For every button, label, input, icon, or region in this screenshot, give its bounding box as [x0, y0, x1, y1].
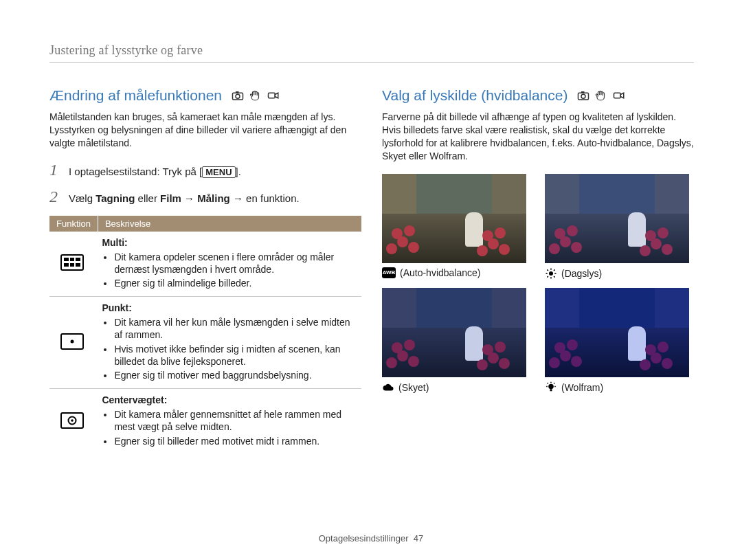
row-bullets: Dit kamera vil her kun måle lysmængden i… — [102, 316, 355, 381]
menu-button-label: MENU — [202, 166, 235, 178]
step-1-number: 1 — [49, 161, 62, 179]
metering-table: Funktion Beskrivelse Multi: Dit kamera o… — [49, 216, 361, 454]
spot-metering-icon — [49, 297, 98, 389]
step-1-prefix: I optagelsestilstand: Tryk på [ — [69, 166, 202, 177]
th-description: Beskrivelse — [98, 216, 361, 232]
right-column: Valg af lyskilde (hvidbalance) Farverne … — [382, 87, 694, 454]
right-intro: Farverne på dit billede vil afhænge af t… — [382, 111, 694, 163]
wb-tungsten-cell: (Wolfram) — [545, 288, 694, 394]
list-item: Dit kamera måler gennemsnittet af hele r… — [114, 408, 355, 433]
wb-auto-cell: AWB (Auto-hvidbalance) — [382, 174, 531, 280]
left-intro: Måletilstanden kan bruges, så kameraet k… — [49, 111, 361, 150]
right-heading-text: Valg af lyskilde (hvidbalance) — [382, 87, 567, 104]
step-1-text: I optagelsestilstand: Tryk på [MENU]. — [69, 166, 241, 178]
svg-line-34 — [548, 383, 548, 383]
row-title: Punkt: — [102, 302, 132, 313]
left-column: Ændring af målefunktionen Måletilstanden… — [49, 87, 361, 454]
wb-cloudy-cell: (Skyet) — [382, 288, 531, 394]
svg-rect-18 — [581, 91, 585, 93]
list-item: Hvis motivet ikke befinder sig i midten … — [114, 343, 355, 368]
step-2-number: 2 — [49, 188, 62, 206]
svg-rect-10 — [76, 263, 80, 267]
svg-line-27 — [547, 276, 548, 278]
row-bullets: Dit kamera måler gennemsnittet af hele r… — [102, 408, 355, 447]
svg-rect-3 — [269, 93, 276, 98]
mode-icons — [232, 89, 280, 102]
svg-line-28 — [554, 269, 555, 271]
wb-cloudy-text: (Skyet) — [398, 382, 429, 393]
wb-daylight-text: (Dagslys) — [561, 268, 602, 279]
svg-rect-4 — [61, 255, 83, 270]
step-2: 2 Vælg Tagning eller Film → Måling → en … — [49, 188, 361, 206]
wb-auto-text: (Auto-hvidbalance) — [400, 267, 481, 278]
footer-label: Optagelsesindstillinger — [319, 533, 409, 544]
svg-point-17 — [581, 94, 585, 98]
svg-rect-30 — [550, 389, 552, 391]
th-function: Funktion — [49, 216, 98, 232]
row-title: Centervægtet: — [102, 394, 167, 405]
list-item: Egner sig til almindelige billeder. — [114, 277, 355, 289]
wb-daylight-image — [545, 174, 689, 263]
list-item: Dit kamera opdeler scenen i flere område… — [114, 251, 355, 276]
multi-metering-icon — [49, 232, 98, 297]
wb-cloudy-label: (Skyet) — [382, 381, 531, 394]
wb-auto-image — [382, 174, 526, 263]
svg-point-20 — [549, 271, 553, 276]
bulb-icon — [545, 381, 557, 394]
svg-rect-7 — [76, 258, 80, 261]
hand-icon — [249, 89, 262, 102]
wb-tungsten-image — [545, 288, 689, 377]
svg-point-12 — [71, 340, 74, 344]
hand-icon — [595, 89, 607, 102]
step-1-suffix: ]. — [236, 166, 241, 177]
row-bullets: Dit kamera opdeler scenen i flere område… — [102, 251, 355, 290]
list-item: Egner sig til motiver med baggrundsbelys… — [114, 369, 355, 381]
svg-rect-19 — [614, 93, 621, 98]
step-2-text: Vælg Tagning eller Film → Måling → en fu… — [69, 192, 300, 204]
table-row: Punkt: Dit kamera vil her kun måle lysmæ… — [49, 297, 361, 389]
row-title: Multi: — [102, 237, 127, 248]
svg-point-1 — [236, 94, 240, 98]
step-1: 1 I optagelsestilstand: Tryk på [MENU]. — [49, 161, 361, 179]
list-item: Dit kamera vil her kun måle lysmængden i… — [114, 316, 355, 341]
svg-rect-2 — [236, 91, 239, 93]
page-section-title: Justering af lysstyrke og farve — [49, 43, 694, 63]
mode-icons — [577, 89, 625, 102]
svg-rect-9 — [70, 263, 74, 267]
camera-icon — [232, 89, 244, 102]
wb-auto-label: AWB (Auto-hvidbalance) — [382, 267, 531, 278]
svg-rect-8 — [64, 263, 69, 267]
page-footer: Optagelsesindstillinger 47 — [0, 533, 742, 544]
left-heading-text: Ændring af målefunktionen — [49, 87, 222, 104]
wb-cloudy-image — [382, 288, 526, 377]
wb-daylight-label: (Dagslys) — [545, 267, 694, 280]
list-item: Egner sig til billeder med motivet midt … — [114, 435, 355, 447]
wb-tungsten-text: (Wolfram) — [561, 382, 603, 393]
svg-line-35 — [554, 383, 554, 383]
wb-tungsten-label: (Wolfram) — [545, 381, 694, 394]
center-metering-icon — [49, 389, 98, 454]
svg-point-29 — [548, 383, 554, 389]
cloud-icon — [382, 381, 394, 394]
svg-line-25 — [547, 269, 548, 271]
video-icon — [267, 89, 280, 102]
camera-icon — [577, 89, 589, 102]
svg-rect-6 — [70, 258, 74, 261]
right-heading: Valg af lyskilde (hvidbalance) — [382, 87, 694, 104]
table-row: Centervægtet: Dit kamera måler gennemsni… — [49, 389, 361, 454]
svg-point-15 — [71, 419, 74, 422]
footer-page-number: 47 — [414, 533, 423, 544]
wb-daylight-cell: (Dagslys) — [545, 174, 694, 280]
video-icon — [613, 89, 625, 102]
svg-line-26 — [554, 276, 555, 278]
white-balance-grid: AWB (Auto-hvidbalance) (Dagslys) — [382, 174, 694, 394]
svg-rect-5 — [64, 258, 69, 261]
awb-icon: AWB — [382, 267, 396, 278]
table-row: Multi: Dit kamera opdeler scenen i flere… — [49, 232, 361, 297]
left-heading: Ændring af målefunktionen — [49, 87, 361, 104]
sun-icon — [545, 267, 557, 280]
